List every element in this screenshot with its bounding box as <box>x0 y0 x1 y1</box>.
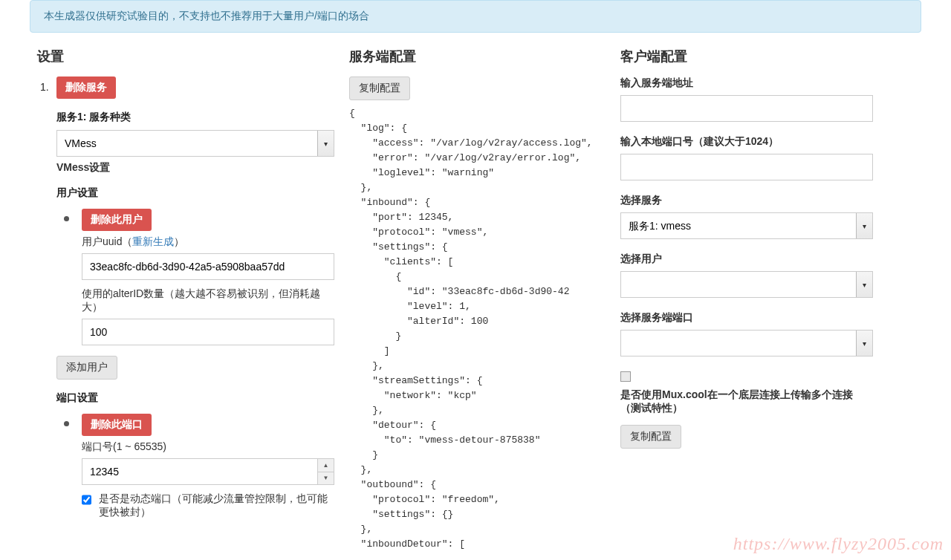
chevron-up-icon: ▲ <box>318 459 334 472</box>
select-service-label: 选择服务 <box>620 194 873 207</box>
service-type-label: 服务1: 服务种类 <box>56 111 334 124</box>
dynamic-port-checkbox[interactable] <box>82 495 91 505</box>
mux-checkbox[interactable] <box>620 371 631 382</box>
number-stepper[interactable]: ▲ ▼ <box>317 459 334 484</box>
uuid-input[interactable] <box>82 253 334 280</box>
local-port-label: 输入本地端口号（建议大于1024） <box>620 135 873 149</box>
client-config-heading: 客户端配置 <box>620 48 873 65</box>
server-config-heading: 服务端配置 <box>349 48 606 65</box>
select-user-dropdown[interactable] <box>620 271 873 298</box>
copy-client-config-button[interactable]: 复制配置 <box>620 425 681 449</box>
delete-port-button[interactable]: 删除此端口 <box>82 414 152 436</box>
vmess-heading: VMess设置 <box>56 161 334 175</box>
port-input[interactable] <box>82 458 334 485</box>
server-address-label: 输入服务端地址 <box>620 76 873 90</box>
bullet-icon <box>64 421 69 426</box>
info-alert: 本生成器仅供研究试验目的，不支持也不推荐用于大量用户/端口的场合 <box>30 0 921 33</box>
alterid-label: 使用的alterID数量（越大越不容易被识别，但消耗越大） <box>82 287 334 314</box>
server-address-input[interactable] <box>620 95 873 122</box>
select-port-label: 选择服务端端口 <box>620 311 873 325</box>
list-marker: 1. <box>40 81 49 93</box>
bullet-icon <box>64 216 69 221</box>
select-user-label: 选择用户 <box>620 253 873 266</box>
delete-service-button[interactable]: 删除服务 <box>56 76 116 99</box>
local-port-input[interactable] <box>620 154 873 180</box>
chevron-down-icon: ▼ <box>318 472 334 485</box>
port-settings-heading: 端口设置 <box>56 391 334 405</box>
settings-heading: 设置 <box>37 48 334 65</box>
uuid-label-prefix: 用户uuid（ <box>82 235 132 247</box>
dynamic-port-label: 是否是动态端口（可能减少流量管控限制，也可能更快被封） <box>99 492 334 519</box>
service-type-select[interactable]: VMess <box>56 130 334 157</box>
alterid-input[interactable] <box>82 319 334 345</box>
uuid-label-suffix: ） <box>174 235 184 247</box>
server-config-code: { "log": { "access": "/var/log/v2ray/acc… <box>349 106 606 552</box>
port-label: 端口号(1 ~ 65535) <box>82 440 334 454</box>
add-user-button[interactable]: 添加用户 <box>56 356 117 380</box>
select-port-dropdown[interactable] <box>620 330 873 356</box>
delete-user-button[interactable]: 删除此用户 <box>82 209 152 231</box>
select-service-dropdown[interactable]: 服务1: vmess <box>620 212 873 239</box>
regenerate-uuid-link[interactable]: 重新生成 <box>132 235 174 247</box>
user-settings-heading: 用户设置 <box>56 186 334 200</box>
copy-server-config-button[interactable]: 复制配置 <box>349 76 410 100</box>
mux-label: 是否使用Mux.cool在一个底层连接上传输多个连接（测试特性） <box>620 388 873 415</box>
